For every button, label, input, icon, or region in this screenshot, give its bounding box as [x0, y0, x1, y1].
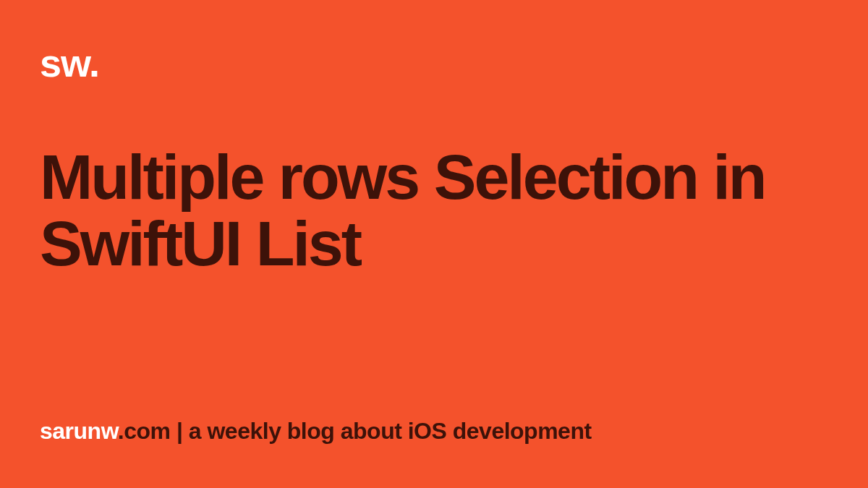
footer-description: .com | a weekly blog about iOS developme…	[118, 418, 592, 444]
site-logo: sw.	[40, 43, 828, 82]
footer-domain: sarunw	[40, 418, 118, 444]
page-title: Multiple rows Selection in SwiftUI List	[40, 144, 828, 278]
footer-tagline: sarunw.com | a weekly blog about iOS dev…	[40, 418, 592, 445]
banner-container: sw. Multiple rows Selection in SwiftUI L…	[0, 0, 868, 488]
